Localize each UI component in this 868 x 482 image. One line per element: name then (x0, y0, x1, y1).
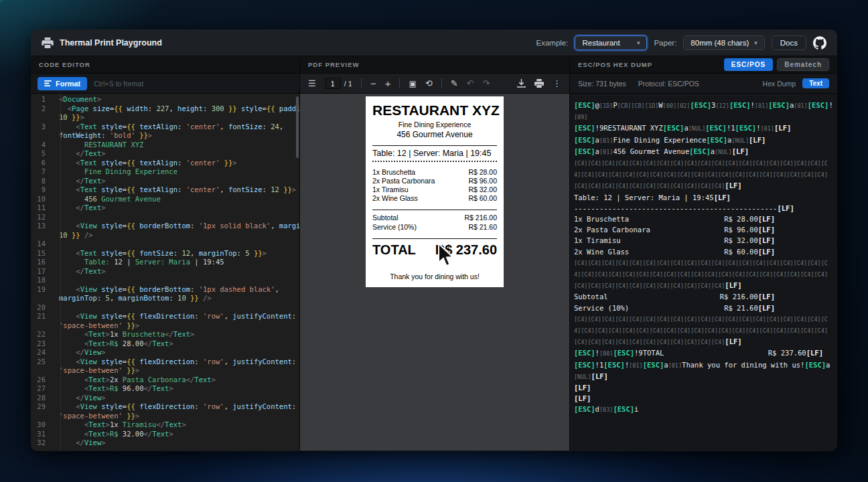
hexdump-line: [C4][C4][C4][C4][C4][C4][C4][C4][C4][C4]… (574, 157, 833, 192)
dump-protocol: Protocol: ESC/POS (638, 80, 699, 88)
code-line[interactable]: marginTop: 5, marginBottom: 10 }} /> (31, 294, 299, 303)
paper-label: Paper: (654, 39, 676, 47)
code-line[interactable]: 21 <View style={{ flexDirection: 'row', … (31, 312, 299, 321)
code-line[interactable]: 16 Table: 12 | Server: Maria | 19:45 (31, 258, 299, 267)
code-line[interactable]: 24 </View> (31, 348, 299, 357)
code-line[interactable]: 12 (31, 213, 299, 222)
protocol-escpos-button[interactable]: ESC/POS (724, 58, 773, 71)
code-line[interactable]: 13 <View style={{ borderBottom: '1px sol… (31, 222, 299, 231)
code-line[interactable]: 3 <Text style={{ textAlign: 'center', fo… (31, 123, 299, 132)
format-hint: Ctrl+S to format (94, 80, 143, 88)
zoom-in-icon[interactable]: + (385, 78, 391, 88)
code-editor[interactable]: 1<Document>2 <Page size={{ width: 227, h… (31, 94, 299, 451)
code-line[interactable]: 'space-between' }}> (31, 366, 299, 376)
rotate-icon[interactable]: ⟲ (425, 79, 433, 88)
hexdump-panel: ESC/POS HEX DUMP ESC/POS Bematech Size: … (570, 56, 837, 451)
code-line[interactable]: 26 <Text>2x Pasta Carbonara</Text> (31, 376, 299, 385)
code-line[interactable]: 17 </Text> (31, 267, 299, 276)
hexdump-line: [ESC]!9RESTAURANT XYZ[ESC]a[NUL][ESC]!1[… (574, 123, 833, 134)
receipt-item-row: 1x BruschettaR$ 28.00 (372, 168, 497, 177)
code-line[interactable]: 18 (31, 276, 299, 285)
hexdump-line: [LF] (574, 382, 833, 393)
subtotal-row: SubtotalR$ 216.00 (372, 214, 497, 223)
code-line[interactable]: 5 </Text> (31, 149, 299, 159)
download-icon[interactable] (517, 79, 526, 88)
fit-page-icon[interactable]: ▣ (409, 80, 416, 88)
code-line[interactable]: 14 (31, 240, 299, 249)
receipt-title: RESTAURANT XYZ (372, 102, 497, 118)
divider-solid (372, 210, 497, 210)
pdf-canvas[interactable]: RESTAURANT XYZ Fine Dining Experience 45… (300, 94, 569, 451)
code-line[interactable]: 'space-between' }}> (31, 412, 299, 421)
code-line[interactable]: 15 <Text style={{ fontSize: 12, marginTo… (31, 249, 299, 258)
page-number-input[interactable] (325, 78, 341, 89)
code-line[interactable]: 2 <Page size={{ width: 227, height: 300 … (31, 104, 299, 114)
receipt-subtitle: Fine Dining Experience (372, 120, 497, 129)
code-line[interactable]: 19 <View style={{ borderBottom: '1px das… (31, 285, 299, 295)
code-line[interactable]: 23 <Text>R$ 28.00</Text> (31, 339, 299, 349)
redo-icon[interactable]: ↷ (482, 79, 490, 88)
hexdump-line: [C4][C4][C4][C4][C4][C4][C4][C4][C4][C4]… (574, 257, 833, 292)
chevron-down-icon: ▾ (754, 39, 757, 46)
format-button[interactable]: Format (38, 77, 87, 90)
receipt-page: RESTAURANT XYZ Fine Dining Experience 45… (366, 96, 504, 287)
editor-toolbar: Format Ctrl+S to format (31, 74, 299, 94)
overflow-menu-icon[interactable]: ⋮ (553, 79, 561, 88)
code-line[interactable]: 30 <Text>1x Tiramisu</Text> (31, 420, 299, 430)
code-line[interactable]: 10 }} /> (31, 231, 299, 240)
code-line[interactable]: 31 <Text>R$ 32.00</Text> (31, 430, 299, 439)
code-line[interactable]: 10 }}> (31, 113, 299, 123)
service-row: Service (10%)R$ 21.60 (372, 223, 497, 232)
code-line[interactable]: 1<Document> (31, 95, 299, 104)
print-icon[interactable] (534, 79, 544, 88)
code-line[interactable]: 25 <View style={{ flexDirection: 'row', … (31, 357, 299, 367)
example-select[interactable]: Restaurant ▾ (575, 35, 647, 50)
app-title: Thermal Print Playground (60, 38, 162, 48)
receipt-address: 456 Gourmet Avenue (372, 130, 497, 139)
divider-solid (372, 238, 497, 239)
code-line[interactable]: 20 (31, 303, 299, 313)
code-line[interactable]: 27 <Text>R$ 96.00</Text> (31, 384, 299, 394)
hexdump-line: Table: 12 | Server: Maria | 19:45[LF] (574, 192, 833, 203)
hexdump-line: 1x TiramisuR$ 32.00[LF] (574, 235, 775, 246)
editor-scrollbar[interactable] (296, 96, 299, 158)
draw-icon[interactable]: ✎ (451, 79, 458, 88)
code-line[interactable]: 8 </Text> (31, 177, 299, 186)
code-line[interactable]: 'space-between' }}> (31, 321, 299, 331)
receipt-table-info: Table: 12 | Server: Maria | 19:45 (372, 149, 497, 158)
protocol-bematech-button[interactable]: Bematech (777, 58, 829, 71)
pdf-toolbar: ☰ / 1 − + ▣ ⟲ ✎ ↶ ↷ (300, 74, 569, 94)
paper-select[interactable]: 80mm (48 chars) ▾ (683, 35, 764, 50)
code-line[interactable]: 29 <View style={{ flexDirection: 'row', … (31, 402, 299, 412)
hexdump-line: [C4][C4][C4][C4][C4][C4][C4][C4][C4][C4]… (574, 313, 833, 348)
code-line[interactable]: 7 Fine Dining Experience (31, 167, 299, 177)
hexdump-title: ESC/POS HEX DUMP (578, 61, 652, 68)
code-line[interactable]: 28 </View> (31, 394, 299, 403)
hexdump-line: [ESC]a[01]Fine Dining Experience[ESC]a[N… (574, 135, 833, 146)
app-window: Thermal Print Playground Example: Restau… (31, 29, 837, 451)
sidebar-toggle-icon[interactable]: ☰ (308, 79, 316, 88)
code-line[interactable]: 32 </View> (31, 438, 299, 448)
thanks-message: Thank you for dining with us! (372, 272, 497, 280)
code-line[interactable]: 9 <Text style={{ textAlign: 'center', fo… (31, 185, 299, 195)
code-line[interactable]: 6 <Text style={{ textAlign: 'center' }}> (31, 159, 299, 168)
zoom-out-icon[interactable]: − (370, 78, 376, 88)
code-line[interactable]: fontWeight: 'bold' }}> (31, 131, 299, 141)
docs-button[interactable]: Docs (772, 35, 806, 50)
view-text-button[interactable]: Text (802, 78, 829, 88)
hexdump-line: ----------------------------------------… (574, 203, 833, 214)
code-line[interactable]: 11 </Text> (31, 204, 299, 213)
hexdump-line: [ESC]![00][ESC]!9TOTALR$ 237.60[LF] (574, 347, 823, 359)
view-hexdump-button[interactable]: Hex Dump (763, 80, 796, 88)
code-line[interactable]: 22 <Text>1x Bruschetta</Text> (31, 330, 299, 339)
divider-solid (372, 145, 497, 146)
code-line[interactable]: 10 456 Gourmet Avenue (31, 195, 299, 204)
code-editor-panel: CODE EDITOR Format Ctrl+S to format 1<Do… (31, 56, 299, 451)
format-icon (44, 80, 52, 87)
code-line[interactable]: 4 RESTAURANT XYZ (31, 141, 299, 150)
hexdump-line: [ESC]!1[ESC]![01][ESC]a[01]Thank you for… (574, 359, 833, 382)
receipt-item-row: 1x TiramisuR$ 32.00 (372, 185, 497, 194)
hexdump-line: [ESC]a[01]456 Gourmet Avenue[ESC]a[NUL][… (574, 146, 833, 157)
undo-icon[interactable]: ↶ (467, 79, 474, 88)
github-icon[interactable] (813, 36, 826, 50)
